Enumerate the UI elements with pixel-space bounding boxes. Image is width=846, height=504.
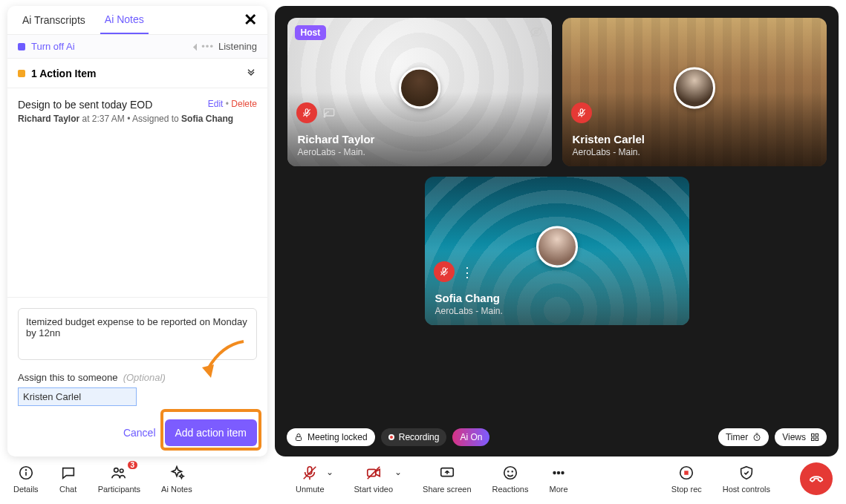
ai-on-pill[interactable]: Ai On (452, 428, 489, 446)
assign-optional-label: (Optional) (123, 372, 166, 383)
avatar (674, 67, 715, 108)
participant-tile-sofia[interactable]: ⋮ Sofia Chang AeroLabs - Main. (425, 177, 689, 325)
shield-icon (738, 464, 755, 482)
svg-rect-18 (812, 438, 815, 441)
meeting-locked-pill[interactable]: Meeting locked (287, 428, 375, 446)
participant-name: Richard Taylor (298, 133, 541, 145)
compose-area: Assign this to someone (Optional) Cancel… (7, 297, 267, 456)
tile-more-icon[interactable]: ⋮ (461, 266, 474, 279)
ai-notes-button[interactable]: Ai Notes (161, 464, 192, 494)
svg-point-35 (553, 472, 556, 474)
share-screen-icon (438, 464, 456, 482)
host-badge: Host (295, 25, 327, 40)
cast-icon[interactable] (323, 107, 335, 122)
bottom-toolbar: Details Chat 3 Participants Ai Notes Unm… (0, 456, 846, 504)
turn-off-ai-link[interactable]: Turn off Ai (31, 41, 75, 52)
host-controls-button[interactable]: Host controls (723, 464, 770, 494)
video-stage: Host Richard Taylor AeroLabs - Main. (275, 6, 839, 456)
video-options-chevron-icon[interactable]: ⌄ (394, 467, 402, 477)
recording-pill[interactable]: Recording (381, 428, 447, 446)
svg-point-24 (120, 469, 124, 473)
info-icon (17, 464, 35, 482)
mic-muted-icon (571, 102, 592, 123)
record-dot-icon (388, 434, 394, 440)
svg-point-36 (558, 472, 560, 474)
views-pill[interactable]: Views (775, 428, 827, 446)
ai-status-strip: Turn off Ai ⏴••• Listening (7, 35, 267, 59)
listening-label: Listening (218, 41, 257, 52)
participant-room: AeroLabs - Main. (573, 147, 816, 157)
tab-ai-transcripts[interactable]: Ai Transcripts (18, 7, 90, 33)
share-screen-button[interactable]: Share screen (423, 464, 471, 494)
details-button[interactable]: Details (13, 464, 39, 494)
timer-pill[interactable]: Timer (718, 428, 769, 446)
mic-muted-icon (296, 102, 317, 123)
mic-options-chevron-icon[interactable]: ⌄ (326, 467, 333, 477)
stop-icon (18, 43, 25, 50)
ai-notes-panel: Ai Transcripts Ai Notes ✕ Turn off Ai ⏴•… (7, 6, 267, 456)
tab-ai-notes[interactable]: Ai Notes (100, 6, 149, 34)
action-items-header[interactable]: 1 Action Item (7, 59, 267, 88)
add-action-item-button[interactable]: Add action item (165, 419, 258, 446)
svg-rect-19 (816, 438, 819, 441)
stop-record-icon (677, 464, 695, 482)
video-off-icon (365, 464, 383, 482)
action-item-meta: Richard Taylor at 2:37 AM • Assigned to … (18, 114, 257, 124)
svg-point-22 (25, 470, 26, 471)
participants-button[interactable]: 3 Participants (98, 464, 140, 494)
svg-rect-16 (812, 434, 815, 437)
participant-name: Sofia Chang (435, 292, 679, 304)
participant-tile-richard[interactable]: Host Richard Taylor AeroLabs - Main. (287, 18, 552, 166)
svg-point-32 (504, 467, 517, 480)
svg-rect-7 (324, 109, 333, 116)
edit-link[interactable]: Edit (208, 99, 224, 109)
close-icon[interactable]: ✕ (244, 10, 257, 30)
stage-status-bar: Meeting locked Recording Ai On Timer Vie… (287, 428, 827, 446)
svg-rect-14 (296, 437, 302, 441)
action-items-count: 1 Action Item (31, 68, 96, 79)
smile-icon (501, 464, 519, 482)
chat-button[interactable]: Chat (59, 464, 77, 494)
participants-icon (110, 464, 128, 482)
svg-point-34 (512, 471, 513, 472)
reactions-button[interactable]: Reactions (492, 464, 529, 494)
stop-rec-button[interactable]: Stop rec (671, 464, 702, 494)
more-icon (550, 464, 567, 482)
more-button[interactable]: More (549, 464, 567, 494)
listening-animation-icon: ⏴••• (191, 41, 214, 52)
svg-rect-17 (816, 434, 819, 437)
participants-badge: 3 (128, 461, 138, 469)
svg-point-37 (562, 472, 564, 474)
chat-icon (59, 464, 77, 482)
action-items-dot-icon (18, 70, 25, 77)
participant-tile-kristen[interactable]: Kristen Carlel AeroLabs - Main. (562, 18, 827, 166)
mic-muted-icon (434, 261, 455, 282)
svg-point-23 (114, 468, 119, 473)
video-off-icon[interactable] (530, 25, 543, 42)
avatar (399, 67, 440, 108)
participant-room: AeroLabs - Main. (298, 147, 541, 157)
delete-link[interactable]: Delete (231, 99, 257, 109)
start-video-button[interactable]: Start video (354, 464, 394, 494)
assign-to-field[interactable] (18, 387, 137, 406)
assign-label: Assign this to someone (18, 372, 117, 383)
svg-rect-39 (685, 471, 689, 475)
svg-line-30 (368, 467, 380, 480)
hang-up-button[interactable] (800, 462, 833, 495)
mic-off-icon (301, 464, 319, 482)
panel-tabs: Ai Transcripts Ai Notes ✕ (7, 6, 267, 35)
unmute-button[interactable]: Unmute (296, 464, 325, 494)
participant-name: Kristen Carlel (573, 133, 816, 145)
chevron-down-icon[interactable] (245, 66, 257, 80)
sparkle-icon (168, 464, 186, 482)
svg-point-33 (508, 471, 509, 472)
action-item-input[interactable] (18, 308, 257, 360)
participant-room: AeroLabs - Main. (435, 306, 679, 316)
cancel-button[interactable]: Cancel (123, 427, 156, 439)
avatar (536, 226, 578, 267)
svg-point-6 (324, 117, 325, 117)
action-item-card: Edit • Delete Design to be sent today EO… (7, 88, 267, 134)
